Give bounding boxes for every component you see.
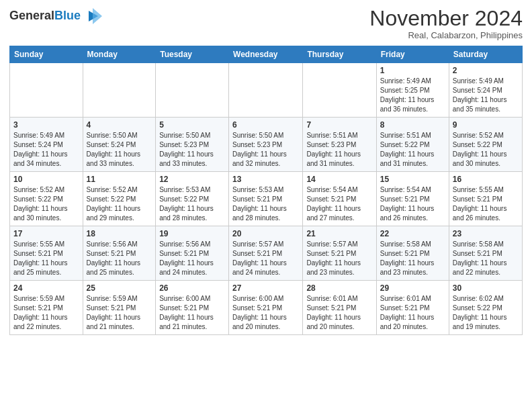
calendar-cell xyxy=(10,63,83,118)
calendar-cell: 18Sunrise: 5:56 AM Sunset: 5:21 PM Dayli… xyxy=(83,226,156,281)
week-row-4: 17Sunrise: 5:55 AM Sunset: 5:21 PM Dayli… xyxy=(10,226,523,281)
day-number: 2 xyxy=(453,66,519,75)
calendar-cell: 19Sunrise: 5:56 AM Sunset: 5:21 PM Dayli… xyxy=(156,226,229,281)
header: GeneralBlue November 2024 Real, Calabarz… xyxy=(9,7,523,40)
week-row-5: 24Sunrise: 5:59 AM Sunset: 5:21 PM Dayli… xyxy=(10,281,523,335)
day-number: 14 xyxy=(306,175,372,184)
day-info: Sunrise: 5:49 AM Sunset: 5:24 PM Dayligh… xyxy=(13,131,79,169)
day-info: Sunrise: 5:55 AM Sunset: 5:21 PM Dayligh… xyxy=(13,240,79,277)
day-info: Sunrise: 5:57 AM Sunset: 5:21 PM Dayligh… xyxy=(232,240,299,277)
calendar-cell: 7Sunrise: 5:51 AM Sunset: 5:23 PM Daylig… xyxy=(303,118,376,172)
calendar-cell: 30Sunrise: 6:02 AM Sunset: 5:22 PM Dayli… xyxy=(449,281,522,335)
day-number: 15 xyxy=(380,175,445,184)
calendar-cell xyxy=(156,63,229,118)
day-info: Sunrise: 5:57 AM Sunset: 5:21 PM Dayligh… xyxy=(306,240,372,277)
col-header-sunday: Sunday xyxy=(10,46,83,63)
week-row-3: 10Sunrise: 5:52 AM Sunset: 5:22 PM Dayli… xyxy=(10,172,523,226)
day-info: Sunrise: 5:50 AM Sunset: 5:23 PM Dayligh… xyxy=(232,131,299,169)
day-number: 4 xyxy=(87,120,152,130)
calendar-cell: 13Sunrise: 5:53 AM Sunset: 5:21 PM Dayli… xyxy=(229,172,303,226)
day-number: 24 xyxy=(13,283,79,293)
calendar-cell: 21Sunrise: 5:57 AM Sunset: 5:21 PM Dayli… xyxy=(303,226,376,281)
day-number: 29 xyxy=(380,283,445,293)
day-info: Sunrise: 5:49 AM Sunset: 5:25 PM Dayligh… xyxy=(380,77,445,114)
day-info: Sunrise: 5:54 AM Sunset: 5:21 PM Dayligh… xyxy=(306,185,372,223)
calendar-cell: 6Sunrise: 5:50 AM Sunset: 5:23 PM Daylig… xyxy=(229,118,303,172)
calendar-cell: 26Sunrise: 6:00 AM Sunset: 5:21 PM Dayli… xyxy=(156,281,229,335)
logo-text: GeneralBlue xyxy=(9,9,81,23)
col-header-monday: Monday xyxy=(83,46,156,63)
col-header-wednesday: Wednesday xyxy=(229,46,303,63)
week-row-2: 3Sunrise: 5:49 AM Sunset: 5:24 PM Daylig… xyxy=(10,118,523,172)
day-number: 12 xyxy=(159,175,225,184)
location: Real, Calabarzon, Philippines xyxy=(369,30,523,40)
calendar-cell: 1Sunrise: 5:49 AM Sunset: 5:25 PM Daylig… xyxy=(376,63,449,118)
logo-general: General xyxy=(9,9,54,22)
day-number: 1 xyxy=(380,66,445,75)
calendar-cell: 12Sunrise: 5:53 AM Sunset: 5:22 PM Dayli… xyxy=(156,172,229,226)
day-info: Sunrise: 5:56 AM Sunset: 5:21 PM Dayligh… xyxy=(87,240,152,277)
title-block: November 2024 Real, Calabarzon, Philippi… xyxy=(369,7,523,40)
day-number: 27 xyxy=(232,283,299,293)
col-header-tuesday: Tuesday xyxy=(156,46,229,63)
day-info: Sunrise: 5:59 AM Sunset: 5:21 PM Dayligh… xyxy=(87,294,152,332)
day-info: Sunrise: 5:50 AM Sunset: 5:24 PM Dayligh… xyxy=(87,131,152,169)
calendar-cell: 8Sunrise: 5:51 AM Sunset: 5:22 PM Daylig… xyxy=(376,118,449,172)
day-number: 17 xyxy=(13,229,79,238)
calendar-cell: 9Sunrise: 5:52 AM Sunset: 5:22 PM Daylig… xyxy=(449,118,522,172)
day-number: 7 xyxy=(306,120,372,130)
day-number: 22 xyxy=(380,229,445,238)
calendar-cell: 11Sunrise: 5:52 AM Sunset: 5:22 PM Dayli… xyxy=(83,172,156,226)
day-info: Sunrise: 5:52 AM Sunset: 5:22 PM Dayligh… xyxy=(453,131,519,169)
calendar-cell: 16Sunrise: 5:55 AM Sunset: 5:21 PM Dayli… xyxy=(449,172,522,226)
day-number: 25 xyxy=(87,283,152,293)
svg-marker-1 xyxy=(93,8,102,24)
day-number: 16 xyxy=(453,175,519,184)
day-info: Sunrise: 5:58 AM Sunset: 5:21 PM Dayligh… xyxy=(453,240,519,277)
day-number: 13 xyxy=(232,175,299,184)
day-number: 18 xyxy=(87,229,152,238)
day-info: Sunrise: 6:02 AM Sunset: 5:22 PM Dayligh… xyxy=(453,294,519,332)
day-number: 10 xyxy=(13,175,79,184)
day-info: Sunrise: 5:54 AM Sunset: 5:21 PM Dayligh… xyxy=(380,185,445,223)
calendar-cell: 25Sunrise: 5:59 AM Sunset: 5:21 PM Dayli… xyxy=(83,281,156,335)
day-number: 20 xyxy=(232,229,299,238)
logo-blue: Blue xyxy=(54,9,81,22)
page: GeneralBlue November 2024 Real, Calabarz… xyxy=(0,0,532,411)
calendar-cell: 28Sunrise: 6:01 AM Sunset: 5:21 PM Dayli… xyxy=(303,281,376,335)
header-row: SundayMondayTuesdayWednesdayThursdayFrid… xyxy=(10,46,523,63)
logo: GeneralBlue xyxy=(9,7,102,26)
day-info: Sunrise: 5:52 AM Sunset: 5:22 PM Dayligh… xyxy=(13,185,79,223)
day-info: Sunrise: 6:01 AM Sunset: 5:21 PM Dayligh… xyxy=(380,294,445,332)
calendar-cell: 22Sunrise: 5:58 AM Sunset: 5:21 PM Dayli… xyxy=(376,226,449,281)
calendar-cell xyxy=(83,63,156,118)
calendar-cell xyxy=(303,63,376,118)
day-info: Sunrise: 5:58 AM Sunset: 5:21 PM Dayligh… xyxy=(380,240,445,277)
day-info: Sunrise: 5:53 AM Sunset: 5:22 PM Dayligh… xyxy=(159,185,225,223)
day-number: 6 xyxy=(232,120,299,130)
calendar-cell: 17Sunrise: 5:55 AM Sunset: 5:21 PM Dayli… xyxy=(10,226,83,281)
day-number: 11 xyxy=(87,175,152,184)
day-info: Sunrise: 6:00 AM Sunset: 5:21 PM Dayligh… xyxy=(232,294,299,332)
calendar-cell: 2Sunrise: 5:49 AM Sunset: 5:24 PM Daylig… xyxy=(449,63,522,118)
day-number: 8 xyxy=(380,120,445,130)
calendar-cell: 5Sunrise: 5:50 AM Sunset: 5:23 PM Daylig… xyxy=(156,118,229,172)
day-number: 21 xyxy=(306,229,372,238)
day-number: 5 xyxy=(159,120,225,130)
day-number: 30 xyxy=(453,283,519,293)
day-info: Sunrise: 5:53 AM Sunset: 5:21 PM Dayligh… xyxy=(232,185,299,223)
calendar-cell: 10Sunrise: 5:52 AM Sunset: 5:22 PM Dayli… xyxy=(10,172,83,226)
day-info: Sunrise: 5:59 AM Sunset: 5:21 PM Dayligh… xyxy=(13,294,79,332)
day-info: Sunrise: 6:00 AM Sunset: 5:21 PM Dayligh… xyxy=(159,294,225,332)
day-number: 3 xyxy=(13,120,79,130)
day-info: Sunrise: 5:56 AM Sunset: 5:21 PM Dayligh… xyxy=(159,240,225,277)
col-header-friday: Friday xyxy=(376,46,449,63)
col-header-saturday: Saturday xyxy=(449,46,522,63)
logo-icon xyxy=(83,7,102,26)
day-number: 9 xyxy=(453,120,519,130)
day-info: Sunrise: 5:50 AM Sunset: 5:23 PM Dayligh… xyxy=(159,131,225,169)
calendar-table: SundayMondayTuesdayWednesdayThursdayFrid… xyxy=(9,46,523,335)
calendar-cell: 3Sunrise: 5:49 AM Sunset: 5:24 PM Daylig… xyxy=(10,118,83,172)
month-title: November 2024 xyxy=(369,7,523,30)
day-info: Sunrise: 5:52 AM Sunset: 5:22 PM Dayligh… xyxy=(87,185,152,223)
